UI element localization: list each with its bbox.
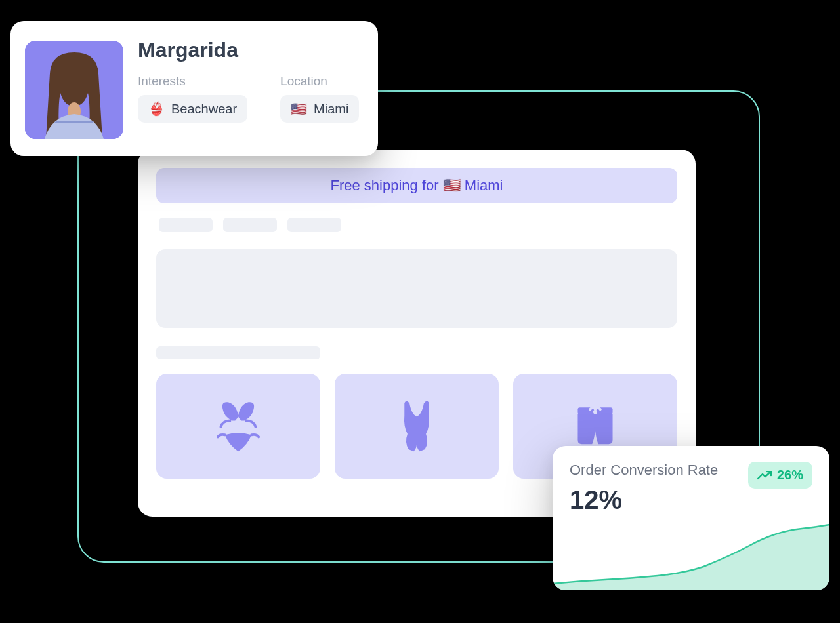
profile-info: Margarida Interests 👙 Beachwear Location… <box>138 35 360 123</box>
nav-skeleton-item <box>287 218 341 232</box>
hero-skeleton <box>156 249 677 328</box>
us-flag-icon: 🇺🇸 <box>443 177 461 193</box>
avatar <box>25 41 123 139</box>
interest-chip[interactable]: 👙 Beachwear <box>138 95 247 123</box>
bikini-icon <box>213 397 264 456</box>
banner-prefix: Free shipping for <box>331 177 443 193</box>
metric-sparkline <box>553 518 830 590</box>
nav-skeleton <box>156 218 677 232</box>
interest-value: Beachwear <box>171 102 237 117</box>
product-tile-bikini[interactable] <box>156 374 320 479</box>
profile-location: Location 🇺🇸 Miami <box>280 74 359 123</box>
nav-skeleton-item <box>159 218 213 232</box>
profile-name: Margarida <box>138 38 360 62</box>
interests-label: Interests <box>138 74 247 89</box>
shipping-banner: Free shipping for 🇺🇸 Miami <box>156 168 677 203</box>
svg-point-4 <box>593 410 597 414</box>
location-chip[interactable]: 🇺🇸 Miami <box>280 95 359 123</box>
profile-interests: Interests 👙 Beachwear <box>138 74 247 123</box>
product-tile-one-piece[interactable] <box>335 374 499 479</box>
metric-title: Order Conversion Rate <box>570 462 718 479</box>
trend-up-icon <box>757 471 772 480</box>
conversion-metric-card: Order Conversion Rate 12% 26% <box>553 446 830 590</box>
metric-value: 12% <box>570 485 718 515</box>
one-piece-icon <box>391 397 442 456</box>
metric-text: Order Conversion Rate 12% <box>570 462 718 515</box>
us-flag-icon: 🇺🇸 <box>291 101 307 117</box>
location-label: Location <box>280 74 359 89</box>
location-value: Miami <box>314 102 348 117</box>
metric-change-value: 26% <box>777 468 803 483</box>
profile-card: Margarida Interests 👙 Beachwear Location… <box>10 21 378 156</box>
metric-change-badge: 26% <box>748 462 812 489</box>
banner-location: Miami <box>465 177 503 193</box>
bikini-icon: 👙 <box>148 101 165 117</box>
nav-skeleton-item <box>223 218 277 232</box>
section-title-skeleton <box>156 346 320 359</box>
